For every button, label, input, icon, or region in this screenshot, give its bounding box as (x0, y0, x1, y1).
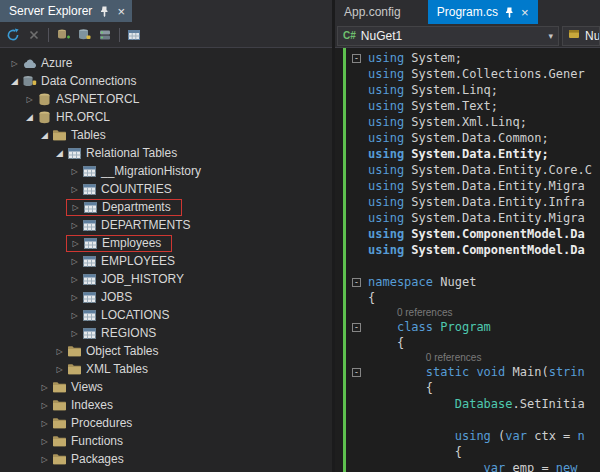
expand-arrow-icon[interactable]: ▷ (68, 329, 81, 338)
expand-arrow-icon[interactable]: ▷ (38, 455, 51, 464)
connect-server-icon[interactable] (98, 28, 112, 42)
expand-arrow-icon[interactable]: ▷ (68, 275, 81, 284)
code-line (335, 412, 600, 428)
tab-program-cs[interactable]: Program.cs × (428, 0, 538, 24)
collapse-arrow-icon[interactable]: ◢ (23, 112, 36, 122)
expand-arrow-icon[interactable]: ▷ (38, 383, 51, 392)
expand-arrow-icon[interactable]: ▷ (69, 203, 82, 212)
project-dropdown-value: NuGet1 (361, 29, 402, 43)
tree-item-tables[interactable]: ◢Tables (0, 126, 332, 144)
tree-item-label: Departments (102, 200, 171, 214)
expand-arrow-icon[interactable]: ▷ (38, 419, 51, 428)
tree-item-object-tables[interactable]: ▷Object Tables (0, 342, 332, 360)
code-line: -using System; (335, 50, 600, 66)
tree-item-procedures[interactable]: ▷Procedures (0, 414, 332, 432)
type-dropdown[interactable]: Nu (562, 26, 600, 46)
table-icon (82, 291, 97, 304)
tree-item-regions[interactable]: ▷REGIONS (0, 324, 332, 342)
tree-item-departments[interactable]: ▷DEPARTMENTS (0, 216, 332, 234)
database-icon (37, 93, 52, 106)
collapse-arrow-icon[interactable]: ◢ (53, 148, 66, 158)
tree-item-locations[interactable]: ▷LOCATIONS (0, 306, 332, 324)
tree-item-departments[interactable]: ▷Departments (0, 198, 332, 216)
tree-item-label: LOCATIONS (101, 308, 169, 322)
tree-item-label: Indexes (71, 398, 113, 412)
code-editor[interactable]: -using System;using System.Collections.G… (335, 48, 600, 472)
create-database-icon[interactable] (56, 28, 70, 42)
project-dropdown[interactable]: C# NuGet1 ▾ (337, 26, 559, 46)
fold-toggle-icon[interactable]: - (350, 364, 363, 380)
tree-item-countries[interactable]: ▷COUNTRIES (0, 180, 332, 198)
code-line: using System.Text; (335, 98, 600, 114)
code-line: using System.Xml.Linq; (335, 114, 600, 130)
tree-item-relational-tables[interactable]: ◢Relational Tables (0, 144, 332, 162)
tree-item-label: REGIONS (101, 326, 156, 340)
close-icon[interactable]: × (117, 5, 125, 18)
collapse-arrow-icon[interactable]: ◢ (8, 76, 21, 86)
expand-arrow-icon[interactable]: ▷ (68, 257, 81, 266)
tree-item-azure[interactable]: ▷Azure (0, 54, 332, 72)
tree-item-label: Azure (41, 56, 72, 70)
tree-item-label: Packages (71, 452, 124, 466)
expand-arrow-icon[interactable]: ▷ (38, 401, 51, 410)
tree-item-packages[interactable]: ▷Packages (0, 450, 332, 468)
tree-item-views[interactable]: ▷Views (0, 378, 332, 396)
tree-item-job-history[interactable]: ▷JOB_HISTORY (0, 270, 332, 288)
stop-icon[interactable] (27, 28, 41, 42)
tree-item-employees[interactable]: ▷EMPLOYEES (0, 252, 332, 270)
editor-navigation-bar: C# NuGet1 ▾ Nu (335, 24, 600, 48)
table-icon (82, 309, 97, 322)
tree-item-employees[interactable]: ▷Employees (0, 234, 332, 252)
code-line: { (335, 335, 600, 351)
toolbar-separator (48, 28, 49, 42)
expand-arrow-icon[interactable]: ▷ (23, 95, 36, 104)
expand-arrow-icon[interactable]: ▷ (68, 293, 81, 302)
expand-arrow-icon[interactable]: ▷ (68, 167, 81, 176)
code-line: using System.Data.Entity; (335, 146, 600, 162)
expand-arrow-icon[interactable]: ▷ (38, 437, 51, 446)
tree-item-label: EMPLOYEES (101, 254, 175, 268)
tree-item-hr-orcl[interactable]: ◢HR.ORCL (0, 108, 332, 126)
fold-toggle-icon[interactable]: - (350, 50, 363, 66)
tree-item-aspnet-orcl[interactable]: ▷ASPNET.ORCL (0, 90, 332, 108)
table-icon (82, 273, 97, 286)
server-explorer-title-tab[interactable]: Server Explorer × (0, 0, 132, 22)
fold-toggle-icon[interactable]: - (350, 319, 363, 335)
codelens-references[interactable]: 0 references (397, 306, 453, 319)
add-connection-icon[interactable] (77, 28, 91, 42)
table-icon (82, 183, 97, 196)
panel-title: Server Explorer (9, 4, 92, 18)
tree-item-xml-tables[interactable]: ▷XML Tables (0, 360, 332, 378)
pin-icon[interactable] (100, 6, 109, 17)
fold-toggle-icon[interactable]: - (350, 274, 363, 290)
tree-item-jobs[interactable]: ▷JOBS (0, 288, 332, 306)
change-tracking-bar (343, 48, 346, 472)
folder-icon (67, 345, 82, 358)
tab-app-config[interactable]: App.config (335, 0, 410, 24)
tree-item--migrationhistory[interactable]: ▷__MigrationHistory (0, 162, 332, 180)
expand-arrow-icon[interactable]: ▷ (68, 311, 81, 320)
refresh-icon[interactable] (6, 28, 20, 42)
table-data-icon[interactable] (127, 28, 141, 42)
expand-arrow-icon[interactable]: ▷ (68, 221, 81, 230)
code-line: using System.Data.Common; (335, 130, 600, 146)
code-line: - class Program (335, 319, 600, 335)
server-explorer-tree[interactable]: ▷Azure◢Data Connections▷ASPNET.ORCL◢HR.O… (0, 48, 332, 472)
expand-arrow-icon[interactable]: ▷ (53, 365, 66, 374)
pin-icon[interactable] (505, 7, 514, 18)
csharp-project-icon: C# (343, 30, 356, 41)
expand-arrow-icon[interactable]: ▷ (68, 185, 81, 194)
tab-label: App.config (344, 5, 401, 19)
tree-item-indexes[interactable]: ▷Indexes (0, 396, 332, 414)
folder-icon (52, 381, 67, 394)
expand-arrow-icon[interactable]: ▷ (53, 347, 66, 356)
codelens-references[interactable]: 0 references (426, 351, 482, 364)
expand-arrow-icon[interactable]: ▷ (8, 59, 21, 68)
tree-item-data-connections[interactable]: ◢Data Connections (0, 72, 332, 90)
folder-icon (52, 435, 67, 448)
tree-item-functions[interactable]: ▷Functions (0, 432, 332, 450)
close-icon[interactable]: × (521, 6, 529, 19)
tree-item-label: Views (71, 380, 103, 394)
expand-arrow-icon[interactable]: ▷ (69, 239, 82, 248)
collapse-arrow-icon[interactable]: ◢ (38, 130, 51, 140)
